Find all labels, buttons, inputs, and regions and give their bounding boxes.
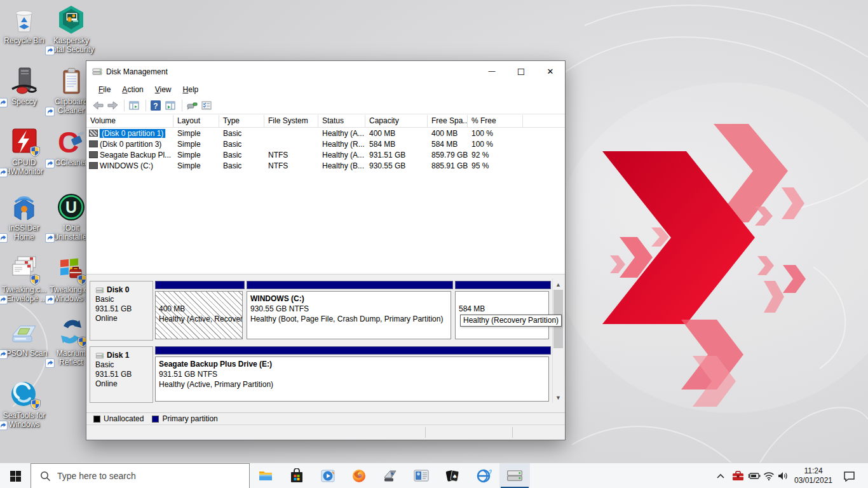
kaspersky-icon: [57, 5, 86, 34]
partition-hatched-icon: [89, 130, 98, 137]
taskbar: Type here to search: [0, 463, 868, 488]
action-center-icon: [843, 471, 855, 482]
back-button[interactable]: [92, 100, 104, 111]
desktop-icon-inssider-home[interactable]: inSSIDer Home: [1, 193, 48, 241]
properties-button[interactable]: [186, 100, 198, 111]
taskbar-search[interactable]: Type here to search: [31, 463, 250, 488]
col-pct-free[interactable]: % Free: [468, 115, 523, 127]
chevron-up-icon: [717, 473, 724, 478]
volume-name: (Disk 0 partition 1): [100, 129, 165, 138]
minimize-button[interactable]: —: [477, 61, 506, 82]
taskbar-icon-system-panel[interactable]: [406, 463, 437, 488]
graphical-scrollbar[interactable]: ▲ ▼: [552, 279, 564, 403]
status-bar: [86, 424, 565, 440]
scanner-taskbar-icon: [383, 468, 398, 484]
taskbar-icon-microsoft-store[interactable]: [281, 463, 312, 488]
tray-time: 11:24: [804, 466, 822, 476]
disk-management-icon: [92, 67, 102, 77]
col-capacity[interactable]: Capacity: [365, 115, 428, 127]
checklist-button[interactable]: [200, 100, 213, 111]
partition-windows-c[interactable]: WINDOWS (C:) 930.55 GB NTFS Healthy (Boo…: [247, 281, 453, 341]
file-explorer-icon: [258, 468, 273, 484]
legend-bar: Unallocated Primary partition: [86, 412, 565, 424]
maximize-button[interactable]: ☐: [506, 61, 536, 82]
volume-name: WINDOWS (C:): [100, 161, 153, 170]
disk-1-label[interactable]: Disk 1 Basic 931.51 GB Online: [90, 346, 153, 403]
desktop-icon-kaspersky[interactable]: Kaspersky Total Security: [48, 5, 95, 54]
checklist-icon: [201, 101, 212, 110]
taskbar-icon-internet-explorer[interactable]: [468, 463, 499, 488]
desktop-icon-speccy[interactable]: Speccy: [1, 66, 48, 106]
scroll-down-icon[interactable]: ▼: [553, 392, 564, 403]
col-file-system[interactable]: File System: [264, 115, 318, 127]
start-button[interactable]: [0, 463, 31, 488]
action-center-button[interactable]: [839, 463, 859, 488]
menu-view[interactable]: View: [149, 83, 177, 96]
tray-clock[interactable]: 11:24 03/01/2021: [790, 463, 836, 488]
scanner-icon: [10, 318, 39, 347]
svg-text:♠: ♠: [452, 473, 457, 480]
help-button[interactable]: ?: [149, 100, 162, 111]
desktop-icon-seatools[interactable]: SeaTools for Windows: [1, 380, 48, 429]
battery-plug-icon: [748, 472, 761, 480]
col-status[interactable]: Status: [318, 115, 365, 127]
microsoft-store-icon: [290, 468, 304, 484]
menu-file[interactable]: File: [93, 83, 116, 96]
taskbar-icon-firefox[interactable]: [344, 463, 374, 488]
menu-action[interactable]: Action: [116, 83, 149, 96]
disk-management-taskbar-icon: [506, 469, 523, 483]
svg-text:?: ?: [153, 101, 158, 110]
tray-power[interactable]: [746, 463, 763, 488]
maximize-icon: ☐: [517, 67, 526, 77]
disk-size: 931.51 GB: [95, 370, 153, 379]
graphical-view: Disk 0 Basic 931.51 GB Online 400 MB Hea…: [86, 274, 565, 413]
action-pane-icon: [165, 101, 175, 110]
disk-icon: [95, 353, 104, 359]
volume-row[interactable]: (Disk 0 partition 1) Simple Basic Health…: [86, 128, 565, 139]
desktop-icon-recycle-bin[interactable]: Recycle Bin: [1, 5, 48, 45]
properties-icon: [186, 101, 198, 110]
volume-list: Volume Layout Type File System Status Ca…: [86, 115, 565, 274]
disk-0-label[interactable]: Disk 0 Basic 931.51 GB Online: [90, 281, 153, 341]
primary-partition-swatch: [152, 416, 159, 423]
volume-row[interactable]: Seagate Backup Pl... Simple Basic NTFS H…: [86, 149, 565, 160]
tray-tweaking-toolbox[interactable]: [729, 463, 746, 488]
forward-button[interactable]: [106, 100, 119, 111]
taskbar-icon-file-explorer[interactable]: [250, 463, 281, 488]
close-button[interactable]: ✕: [536, 61, 565, 82]
volume-row[interactable]: (Disk 0 partition 3) Simple Basic Health…: [86, 139, 565, 149]
col-type[interactable]: Type: [219, 115, 264, 127]
partition-color-bar: [155, 281, 245, 289]
scroll-up-icon[interactable]: ▲: [553, 279, 564, 290]
disk-state: Online: [95, 379, 153, 389]
title-bar[interactable]: Disk Management — ☐ ✕: [86, 61, 565, 82]
tray-expand-button[interactable]: [713, 463, 728, 488]
volume-row[interactable]: WINDOWS (C:) Simple Basic NTFS Healthy (…: [86, 160, 565, 171]
partition-seagate-e[interactable]: Seagate Backup Plus Drive (E:) 931.51 GB…: [155, 346, 551, 403]
taskbar-icon-solitaire[interactable]: ♠: [437, 463, 468, 488]
desktop-icon-epson-scan[interactable]: EPSON Scan: [1, 318, 48, 358]
disk-0-row: Disk 0 Basic 931.51 GB Online 400 MB Hea…: [90, 281, 551, 341]
tray-volume[interactable]: [775, 463, 790, 488]
menu-help[interactable]: Help: [177, 83, 205, 96]
taskbar-icon-disk-management[interactable]: [499, 463, 530, 488]
col-volume[interactable]: Volume: [86, 115, 173, 127]
firefox-icon: [351, 468, 367, 484]
taskbar-icon-epson-scan[interactable]: [375, 463, 405, 488]
partition-color-bar: [247, 281, 453, 289]
partition-system[interactable]: 400 MB Healthy (Active, Recovery Partiti…: [155, 281, 245, 341]
col-blank: [523, 115, 565, 127]
back-arrow-icon: [93, 101, 104, 110]
toolbar-separator: [146, 100, 146, 111]
console-tree-button[interactable]: [128, 100, 140, 111]
partition-recovery[interactable]: 584 MB: [455, 281, 551, 341]
col-free-space[interactable]: Free Spa...: [428, 115, 468, 127]
action-pane-button[interactable]: [164, 100, 177, 111]
desktop-icon-cpuid-hwmonitor[interactable]: CPUID HWMonitor: [1, 127, 48, 176]
taskbar-icon-windows-media-player[interactable]: [313, 463, 343, 488]
col-layout[interactable]: Layout: [173, 115, 219, 127]
windows-logo-icon: [10, 471, 21, 482]
desktop: Recycle Bin Kaspersky Total Security Spe…: [0, 0, 868, 488]
tray-wifi[interactable]: [761, 463, 776, 488]
desktop-icon-tweaking-envelope[interactable]: Tweaking.c... - Envelope ...: [1, 254, 48, 303]
